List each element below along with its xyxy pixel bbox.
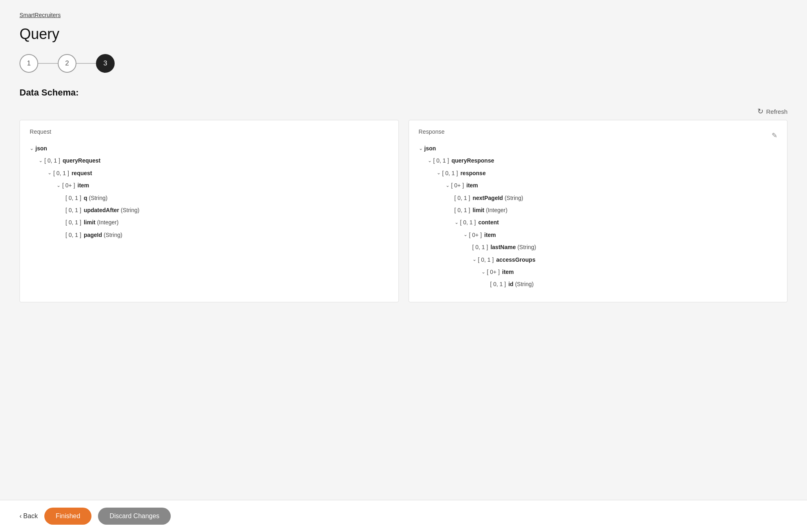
discard-button[interactable]: Discard Changes: [98, 508, 171, 525]
chevron-icon[interactable]: ⌄: [481, 268, 485, 276]
bottom-bar: ‹ Back Finished Discard Changes: [0, 500, 807, 532]
tree-item: [ 0, 1 ] q (String): [65, 192, 389, 204]
tree-children: [ 0, 1 ] lastName (String) ⌄ [ 0, 1 ] ac…: [472, 241, 778, 291]
tree-item: ⌄ [ 0, 1 ] accessGroups: [472, 254, 778, 266]
chevron-icon[interactable]: ⌄: [428, 157, 432, 165]
tree-item: ⌄ [ 0+ ] item: [463, 229, 778, 241]
step-line-1: [38, 63, 58, 64]
page-title: Query: [20, 26, 787, 43]
finished-button[interactable]: Finished: [44, 508, 91, 525]
tree-item: [ 0, 1 ] lastName (String): [472, 241, 778, 253]
back-button[interactable]: ‹ Back: [20, 512, 38, 520]
response-tree: ⌄ json ⌄ [ 0, 1 ] queryResponse ⌄ [ 0, 1…: [419, 142, 778, 291]
tree-item: ⌄ [ 0+ ] item: [446, 179, 778, 191]
chevron-icon[interactable]: ⌄: [455, 219, 459, 226]
chevron-icon[interactable]: ⌄: [57, 182, 61, 189]
refresh-button[interactable]: ↻ Refresh: [757, 107, 787, 116]
request-panel-header: Request: [30, 128, 389, 135]
tree-item: ⌄ [ 0+ ] item: [57, 179, 389, 191]
response-panel-header: Response: [419, 128, 445, 135]
tree-children: ⌄ [ 0, 1 ] request ⌄ [ 0+ ] item: [48, 167, 389, 241]
refresh-row: ↻ Refresh: [20, 107, 787, 116]
tree-children: [ 0, 1 ] q (String) [ 0, 1 ] updatedAfte…: [65, 192, 389, 241]
tree-item: [ 0, 1 ] limit (Integer): [455, 204, 778, 216]
chevron-icon[interactable]: ⌄: [30, 145, 34, 152]
tree-children: ⌄ [ 0+ ] item [ 0, 1 ] id: [481, 266, 778, 291]
back-arrow-icon: ‹: [20, 512, 22, 520]
tree-item: ⌄ [ 0, 1 ] response: [437, 167, 778, 179]
tree-item: ⌄ [ 0, 1 ] queryResponse: [428, 154, 778, 167]
tree-item: [ 0, 1 ] nextPageId (String): [455, 192, 778, 204]
page-wrapper: SmartRecruiters Query 1 2 3 Data Schema:…: [0, 0, 807, 532]
tree-item: [ 0, 1 ] limit (Integer): [65, 216, 389, 228]
tree-item: [ 0, 1 ] updatedAfter (String): [65, 204, 389, 216]
breadcrumb-link[interactable]: SmartRecruiters: [20, 12, 61, 18]
response-panel: Response ✎ ⌄ json ⌄ [ 0, 1 ] queryRespon…: [409, 120, 788, 302]
tree-item: ⌄ [ 0, 1 ] content: [455, 216, 778, 228]
edit-icon[interactable]: ✎: [772, 131, 777, 140]
tree-item: [ 0, 1 ] pageId (String): [65, 229, 389, 241]
node-label: json: [424, 144, 436, 153]
tree-item: ⌄ json: [30, 142, 389, 154]
chevron-icon[interactable]: ⌄: [437, 169, 441, 177]
step-3[interactable]: 3: [96, 54, 115, 73]
tree-children: [ 0, 1 ] id (String): [490, 278, 778, 290]
tree-item: ⌄ [ 0+ ] item: [481, 266, 778, 278]
tree-item: ⌄ json: [419, 142, 778, 154]
tree-children: ⌄ [ 0, 1 ] queryRequest ⌄ [ 0, 1 ] reque…: [39, 154, 389, 241]
chevron-icon[interactable]: ⌄: [39, 157, 43, 165]
chevron-icon[interactable]: ⌄: [446, 182, 450, 189]
tree-children: ⌄ [ 0, 1 ] response ⌄ [ 0+ ] item: [437, 167, 778, 291]
tree-children: [ 0, 1 ] nextPageId (String) [ 0, 1 ] li…: [455, 192, 778, 291]
tree-children: ⌄ [ 0+ ] item [ 0, 1 ] q (String): [57, 179, 389, 241]
tree-item: [ 0, 1 ] id (String): [490, 278, 778, 290]
request-panel: Request ⌄ json ⌄ [ 0, 1 ] queryRequest ⌄: [20, 120, 399, 302]
tree-children: ⌄ [ 0+ ] item [ 0, 1 ] nextPageId (Strin…: [446, 179, 778, 291]
step-line-2: [76, 63, 96, 64]
chevron-icon[interactable]: ⌄: [48, 169, 52, 177]
tree-item: ⌄ [ 0, 1 ] request: [48, 167, 389, 179]
refresh-icon: ↻: [757, 107, 763, 116]
step-1[interactable]: 1: [20, 54, 38, 73]
request-tree: ⌄ json ⌄ [ 0, 1 ] queryRequest ⌄ [ 0, 1 …: [30, 142, 389, 241]
tree-children: ⌄ [ 0+ ] item [ 0, 1 ] lastName (St: [463, 229, 778, 291]
tree-item: ⌄ [ 0, 1 ] queryRequest: [39, 154, 389, 167]
step-2[interactable]: 2: [58, 54, 76, 73]
chevron-icon[interactable]: ⌄: [463, 231, 468, 239]
chevron-icon[interactable]: ⌄: [419, 145, 423, 152]
schema-panels: Request ⌄ json ⌄ [ 0, 1 ] queryRequest ⌄: [20, 120, 787, 302]
response-header-row: Response ✎: [419, 128, 778, 142]
section-title: Data Schema:: [20, 87, 787, 98]
tree-children: ⌄ [ 0, 1 ] queryResponse ⌄ [ 0, 1 ] resp…: [428, 154, 778, 290]
chevron-icon[interactable]: ⌄: [472, 256, 476, 263]
node-label: json: [35, 144, 47, 153]
stepper: 1 2 3: [20, 54, 787, 73]
